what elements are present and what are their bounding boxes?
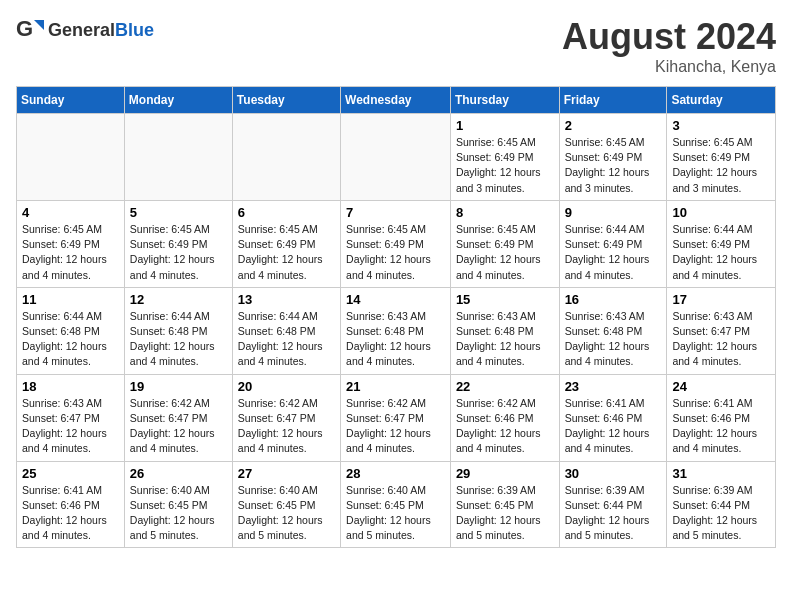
calendar-header-row: SundayMondayTuesdayWednesdayThursdayFrid…: [17, 87, 776, 114]
day-info-line: Sunset: 6:49 PM: [456, 151, 534, 163]
calendar-week-row: 25Sunrise: 6:41 AMSunset: 6:46 PMDayligh…: [17, 461, 776, 548]
day-info-line: Daylight: 12 hours: [22, 253, 107, 265]
day-number: 27: [238, 466, 335, 481]
calendar-cell: 17Sunrise: 6:43 AMSunset: 6:47 PMDayligh…: [667, 287, 776, 374]
logo-icon: G: [16, 16, 44, 44]
day-info-line: and 4 minutes.: [672, 269, 741, 281]
day-number: 3: [672, 118, 770, 133]
day-info-line: Sunrise: 6:44 AM: [22, 310, 102, 322]
day-info: Sunrise: 6:45 AMSunset: 6:49 PMDaylight:…: [456, 135, 554, 196]
day-info-line: Daylight: 12 hours: [346, 340, 431, 352]
day-info-line: Sunrise: 6:44 AM: [565, 223, 645, 235]
day-info-line: Daylight: 12 hours: [238, 340, 323, 352]
day-number: 4: [22, 205, 119, 220]
day-info-line: and 5 minutes.: [565, 529, 634, 541]
day-info: Sunrise: 6:40 AMSunset: 6:45 PMDaylight:…: [130, 483, 227, 544]
day-info-line: Daylight: 12 hours: [672, 514, 757, 526]
calendar-cell: 10Sunrise: 6:44 AMSunset: 6:49 PMDayligh…: [667, 200, 776, 287]
calendar-cell: 15Sunrise: 6:43 AMSunset: 6:48 PMDayligh…: [450, 287, 559, 374]
day-number: 19: [130, 379, 227, 394]
page-header: G GeneralBlue August 2024 Kihancha, Keny…: [16, 16, 776, 76]
day-info-line: Daylight: 12 hours: [456, 427, 541, 439]
calendar-cell: [341, 114, 451, 201]
weekday-header-wednesday: Wednesday: [341, 87, 451, 114]
day-info-line: Sunrise: 6:43 AM: [565, 310, 645, 322]
calendar-cell: 19Sunrise: 6:42 AMSunset: 6:47 PMDayligh…: [124, 374, 232, 461]
day-info-line: and 3 minutes.: [565, 182, 634, 194]
day-info-line: Daylight: 12 hours: [565, 427, 650, 439]
calendar-cell: 22Sunrise: 6:42 AMSunset: 6:46 PMDayligh…: [450, 374, 559, 461]
day-info: Sunrise: 6:45 AMSunset: 6:49 PMDaylight:…: [346, 222, 445, 283]
calendar-cell: 14Sunrise: 6:43 AMSunset: 6:48 PMDayligh…: [341, 287, 451, 374]
calendar-cell: 31Sunrise: 6:39 AMSunset: 6:44 PMDayligh…: [667, 461, 776, 548]
calendar-cell: 26Sunrise: 6:40 AMSunset: 6:45 PMDayligh…: [124, 461, 232, 548]
day-number: 26: [130, 466, 227, 481]
day-info-line: and 5 minutes.: [456, 529, 525, 541]
day-info: Sunrise: 6:42 AMSunset: 6:47 PMDaylight:…: [238, 396, 335, 457]
day-info-line: Sunrise: 6:43 AM: [22, 397, 102, 409]
weekday-header-friday: Friday: [559, 87, 667, 114]
day-info-line: Daylight: 12 hours: [565, 340, 650, 352]
day-info-line: Sunset: 6:46 PM: [565, 412, 643, 424]
day-info-line: Sunrise: 6:40 AM: [346, 484, 426, 496]
calendar-cell: 27Sunrise: 6:40 AMSunset: 6:45 PMDayligh…: [232, 461, 340, 548]
location-subtitle: Kihancha, Kenya: [562, 58, 776, 76]
day-info-line: and 4 minutes.: [238, 269, 307, 281]
day-info-line: Sunset: 6:48 PM: [238, 325, 316, 337]
calendar-cell: [17, 114, 125, 201]
day-info-line: and 4 minutes.: [565, 442, 634, 454]
day-number: 31: [672, 466, 770, 481]
day-info-line: Daylight: 12 hours: [346, 514, 431, 526]
calendar-cell: 24Sunrise: 6:41 AMSunset: 6:46 PMDayligh…: [667, 374, 776, 461]
day-info-line: Daylight: 12 hours: [565, 253, 650, 265]
day-number: 8: [456, 205, 554, 220]
logo-text-general: General: [48, 20, 115, 40]
day-info-line: Sunrise: 6:42 AM: [456, 397, 536, 409]
calendar-week-row: 11Sunrise: 6:44 AMSunset: 6:48 PMDayligh…: [17, 287, 776, 374]
day-info: Sunrise: 6:43 AMSunset: 6:48 PMDaylight:…: [346, 309, 445, 370]
day-info: Sunrise: 6:44 AMSunset: 6:48 PMDaylight:…: [22, 309, 119, 370]
day-info-line: and 4 minutes.: [672, 442, 741, 454]
day-info: Sunrise: 6:41 AMSunset: 6:46 PMDaylight:…: [672, 396, 770, 457]
day-info-line: Sunset: 6:47 PM: [130, 412, 208, 424]
calendar-cell: 18Sunrise: 6:43 AMSunset: 6:47 PMDayligh…: [17, 374, 125, 461]
day-info-line: and 4 minutes.: [346, 269, 415, 281]
day-info-line: and 4 minutes.: [130, 355, 199, 367]
day-number: 16: [565, 292, 662, 307]
weekday-header-saturday: Saturday: [667, 87, 776, 114]
day-info: Sunrise: 6:44 AMSunset: 6:48 PMDaylight:…: [130, 309, 227, 370]
day-number: 22: [456, 379, 554, 394]
day-info-line: Sunset: 6:49 PM: [456, 238, 534, 250]
day-info-line: Sunrise: 6:40 AM: [238, 484, 318, 496]
day-info-line: and 4 minutes.: [456, 269, 525, 281]
day-info-line: Sunset: 6:46 PM: [22, 499, 100, 511]
day-number: 5: [130, 205, 227, 220]
day-info-line: and 4 minutes.: [672, 355, 741, 367]
day-info-line: Daylight: 12 hours: [672, 253, 757, 265]
day-number: 25: [22, 466, 119, 481]
day-info: Sunrise: 6:45 AMSunset: 6:49 PMDaylight:…: [22, 222, 119, 283]
day-info-line: and 5 minutes.: [672, 529, 741, 541]
day-info-line: Sunset: 6:45 PM: [346, 499, 424, 511]
day-info: Sunrise: 6:44 AMSunset: 6:49 PMDaylight:…: [672, 222, 770, 283]
day-number: 11: [22, 292, 119, 307]
day-info-line: Sunset: 6:45 PM: [456, 499, 534, 511]
day-info-line: Daylight: 12 hours: [672, 340, 757, 352]
day-info-line: Sunrise: 6:45 AM: [672, 136, 752, 148]
calendar-cell: 5Sunrise: 6:45 AMSunset: 6:49 PMDaylight…: [124, 200, 232, 287]
day-info-line: Sunrise: 6:44 AM: [238, 310, 318, 322]
calendar-cell: 21Sunrise: 6:42 AMSunset: 6:47 PMDayligh…: [341, 374, 451, 461]
day-number: 21: [346, 379, 445, 394]
day-info-line: Sunrise: 6:45 AM: [346, 223, 426, 235]
calendar-cell: 4Sunrise: 6:45 AMSunset: 6:49 PMDaylight…: [17, 200, 125, 287]
day-info-line: Sunset: 6:49 PM: [22, 238, 100, 250]
calendar-cell: 23Sunrise: 6:41 AMSunset: 6:46 PMDayligh…: [559, 374, 667, 461]
day-info-line: Daylight: 12 hours: [456, 514, 541, 526]
day-info-line: Daylight: 12 hours: [672, 427, 757, 439]
day-info-line: Sunrise: 6:42 AM: [346, 397, 426, 409]
day-info-line: Sunrise: 6:45 AM: [238, 223, 318, 235]
day-info-line: Sunrise: 6:41 AM: [565, 397, 645, 409]
calendar-cell: 25Sunrise: 6:41 AMSunset: 6:46 PMDayligh…: [17, 461, 125, 548]
day-info-line: Daylight: 12 hours: [22, 340, 107, 352]
calendar-cell: 12Sunrise: 6:44 AMSunset: 6:48 PMDayligh…: [124, 287, 232, 374]
